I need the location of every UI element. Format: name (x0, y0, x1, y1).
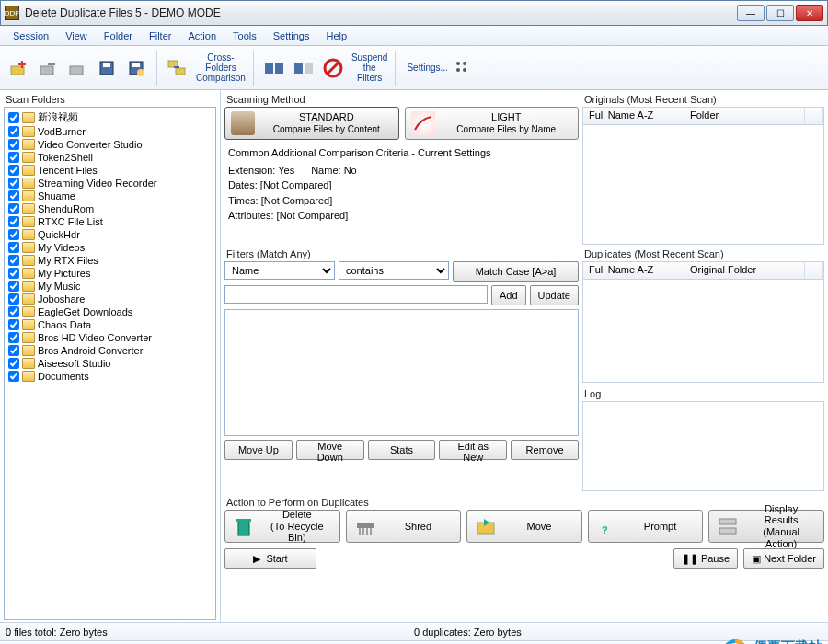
folder-item[interactable]: Streaming Video Recorder (6, 177, 213, 190)
scan-folders-list[interactable]: 新浪视频VodBurnerVideo Converter StudioToken… (4, 107, 216, 620)
pause-button[interactable]: ❚❚ Pause (673, 548, 738, 569)
action-delete-button[interactable]: Delete(To Recycle Bin) (224, 510, 340, 543)
next-folder-button[interactable]: ▣ Next Folder (743, 548, 824, 569)
start-button[interactable]: ▶Start (224, 548, 316, 569)
folder-item[interactable]: RTXC File List (6, 215, 213, 228)
menu-help[interactable]: Help (318, 29, 354, 43)
folder-checkbox[interactable] (8, 332, 19, 343)
filter-field-select[interactable]: Name (224, 261, 335, 280)
compare-button-1[interactable] (261, 55, 287, 81)
duplicates-col-folder[interactable]: Original Folder (684, 262, 805, 279)
suspend-filters-group[interactable]: Suspend the Filters (320, 52, 387, 83)
filter-editasnew-button[interactable]: Edit as New (439, 440, 507, 460)
folder-item[interactable]: Video Converter Studio (6, 138, 213, 151)
originals-col-fullname[interactable]: Full Name A-Z (583, 108, 684, 124)
menu-filter[interactable]: Filter (142, 29, 178, 43)
duplicates-header[interactable]: Full Name A-Z Original Folder (582, 261, 824, 280)
menu-view[interactable]: View (58, 29, 95, 43)
originals-grid[interactable] (582, 125, 824, 245)
folder-checkbox[interactable] (8, 165, 19, 176)
log-body[interactable] (582, 401, 824, 491)
folder-item[interactable]: My Pictures (6, 267, 213, 280)
folder-item[interactable]: QuickHdr (6, 228, 213, 241)
originals-col-folder[interactable]: Folder (684, 108, 805, 124)
folder-item[interactable]: VodBurner (6, 125, 213, 138)
filter-update-button[interactable]: Update (530, 285, 579, 305)
folder-item[interactable]: My Videos (6, 241, 213, 254)
folder-icon (22, 371, 35, 382)
action-display-results-button[interactable]: Display Results(Manual Action) (708, 510, 824, 543)
action-move-button[interactable]: Move (466, 510, 582, 543)
filter-stats-button[interactable]: Stats (368, 440, 436, 460)
folder-checkbox[interactable] (8, 306, 19, 317)
filter-value-input[interactable] (224, 285, 488, 304)
folder-checkbox[interactable] (8, 178, 19, 189)
folder-checkbox[interactable] (8, 126, 19, 137)
folder-checkbox[interactable] (8, 319, 19, 330)
folder-checkbox[interactable] (8, 216, 19, 227)
settings-group[interactable]: Settings... (403, 55, 475, 81)
folder-item[interactable]: My Music (6, 280, 213, 293)
settings-icon (450, 55, 476, 81)
folder-checkbox[interactable] (8, 293, 19, 305)
duplicates-grid[interactable] (582, 280, 824, 383)
maximize-button[interactable]: ☐ (766, 5, 794, 21)
folder-checkbox[interactable] (8, 371, 19, 382)
folder-checkbox[interactable] (8, 139, 19, 150)
filter-moveup-button[interactable]: Move Up (224, 440, 293, 460)
folder-checkbox[interactable] (8, 203, 19, 214)
filter-op-select[interactable]: contains (339, 261, 449, 280)
folder-item[interactable]: 新浪视频 (6, 109, 213, 125)
folder-checkbox[interactable] (8, 358, 19, 369)
folder-checkbox[interactable] (8, 268, 19, 279)
folder-item[interactable]: Documents (6, 370, 213, 383)
folder-button[interactable] (64, 55, 90, 81)
folder-checkbox[interactable] (8, 229, 19, 240)
minimize-button[interactable]: — (737, 5, 765, 21)
folder-item[interactable]: EagleGet Downloads (6, 305, 213, 318)
folder-checkbox[interactable] (8, 112, 19, 123)
filter-movedown-button[interactable]: Move Down (296, 440, 364, 460)
folder-item[interactable]: Joboshare (6, 293, 213, 305)
filter-remove-button[interactable]: Remove (511, 440, 579, 460)
menu-settings[interactable]: Settings (266, 29, 317, 43)
folder-item[interactable]: Shuame (6, 190, 213, 202)
filter-add-button[interactable]: Add (491, 285, 526, 305)
folder-item[interactable]: Chaos Data (6, 318, 213, 331)
menu-folder[interactable]: Folder (97, 29, 140, 43)
cross-folders-group[interactable]: Cross- Folders Comparison (165, 52, 246, 83)
folder-item[interactable]: Token2Shell (6, 151, 213, 164)
folder-item[interactable]: My RTX Files (6, 254, 213, 267)
close-button[interactable]: ✕ (796, 5, 823, 21)
duplicates-col-fullname[interactable]: Full Name A-Z (583, 262, 684, 279)
folder-checkbox[interactable] (8, 190, 19, 201)
folder-item[interactable]: ShenduRom (6, 202, 213, 215)
match-case-button[interactable]: Match Case [A>a] (453, 261, 579, 282)
folder-checkbox[interactable] (8, 345, 19, 356)
folder-item[interactable]: Tencent Files (6, 164, 213, 177)
filter-list[interactable] (224, 309, 579, 436)
add-folder-button[interactable] (6, 55, 31, 81)
folder-item[interactable]: Aiseesoft Studio (6, 357, 213, 370)
folder-checkbox[interactable] (8, 152, 19, 163)
menu-session[interactable]: Session (6, 29, 56, 43)
folder-item[interactable]: Bros HD Video Converter (6, 331, 213, 344)
save-session-button[interactable] (94, 55, 120, 81)
remove-folder-button[interactable] (35, 55, 61, 81)
folder-checkbox[interactable] (8, 255, 19, 266)
menu-action[interactable]: Action (180, 29, 224, 43)
folder-icon (22, 112, 35, 123)
folder-checkbox[interactable] (8, 242, 19, 253)
folder-item[interactable]: Bros Android Converter (6, 344, 213, 357)
menu-tools[interactable]: Tools (225, 29, 264, 43)
originals-header[interactable]: Full Name A-Z Folder (582, 107, 824, 125)
save-as-button[interactable] (123, 55, 149, 81)
action-shred-button[interactable]: Shred (346, 510, 462, 543)
folder-label: My Videos (38, 242, 85, 253)
compare-button-2[interactable] (291, 55, 316, 81)
action-prompt-button[interactable]: ? Prompt (588, 510, 704, 543)
light-method-button[interactable]: LIGHTCompare Files by Name (405, 107, 580, 140)
standard-method-button[interactable]: STANDARDCompare Files by Content (224, 107, 399, 140)
cross-folders-icon (165, 55, 190, 81)
folder-checkbox[interactable] (8, 281, 19, 292)
